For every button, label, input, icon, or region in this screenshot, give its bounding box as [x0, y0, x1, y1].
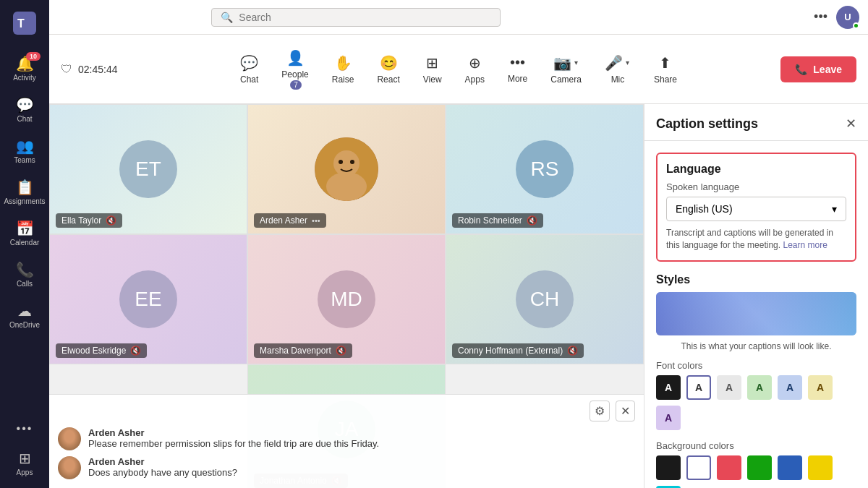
bg-color-white[interactable] [686, 455, 711, 480]
participant-name-bar-ella-taylor: Ella Taylor 🔇 [56, 213, 122, 228]
learn-more-link[interactable]: Learn more [783, 240, 827, 250]
arden-options-icon: ••• [312, 216, 320, 225]
view-label: View [423, 74, 442, 85]
chat-button[interactable]: 💬 Chat [230, 48, 268, 90]
onedrive-icon: ☁ [17, 302, 32, 320]
caption-panel-header: Caption settings ✕ [644, 104, 868, 141]
participant-name-marsha-davenport: Marsha Davenport [260, 346, 331, 356]
participant-avatar-elwood-eskridge: EE [119, 270, 177, 328]
bg-color-black[interactable] [656, 455, 681, 480]
spoken-language-label: Spoken language [666, 181, 846, 192]
chat-text-2: Does anybody have any questions? [88, 467, 635, 478]
raise-button[interactable]: ✋ Raise [322, 48, 365, 90]
participant-name-bar-marsha-davenport: Marsha Davenport 🔇 [254, 343, 352, 358]
calls-icon: 📞 [16, 261, 34, 278]
sidebar: T 🔔 Activity 10 💬 Chat 👥 Teams 📋 Assignm… [0, 0, 49, 488]
sidebar-item-teams[interactable]: 👥 Teams [3, 132, 46, 170]
sidebar-item-label: Chat [17, 115, 32, 123]
search-input[interactable] [239, 12, 491, 23]
font-colors-label: Font colors [656, 360, 856, 371]
camera-label: Camera [550, 74, 582, 85]
view-button[interactable]: ⊞ View [413, 48, 452, 90]
font-color-white[interactable]: A [686, 375, 711, 400]
user-status-indicator [853, 22, 859, 29]
chat-sidebar-icon: 💬 [16, 96, 34, 114]
bg-color-cyan[interactable] [656, 486, 681, 488]
sidebar-item-apps[interactable]: ⊞ Apps [3, 444, 46, 482]
camera-button[interactable]: 📷 ▾ Camera [540, 48, 592, 90]
share-button[interactable]: ⬆ Share [644, 48, 687, 90]
user-avatar[interactable]: U [836, 6, 859, 29]
participant-cell-arden-asher: Arden Asher ••• [247, 104, 446, 234]
sidebar-item-label: Calendar [10, 239, 40, 247]
sidebar-item-calendar[interactable]: 📅 Calendar [3, 214, 46, 252]
chat-overlay-bar: ⚙ ✕ Arden Asher Please remember permissi… [49, 394, 644, 488]
participant-name-bar-elwood-eskridge: Elwood Eskridge 🔇 [56, 343, 147, 358]
chat-close-button[interactable]: ✕ [616, 401, 635, 421]
participant-name-ella-taylor: Ella Taylor [61, 215, 101, 226]
sidebar-item-more[interactable]: ••• [3, 416, 46, 441]
mic-off-icon-robin-schneider: 🔇 [527, 215, 537, 226]
mic-label: Mic [611, 74, 625, 85]
chat-text-1: Please remember permission slips for the… [88, 438, 635, 449]
participant-name-conny-hoffmann: Conny Hoffmann (External) [458, 346, 563, 356]
activity-badge: 10 [26, 52, 41, 61]
people-count-badge: 7 [290, 80, 302, 90]
mic-button[interactable]: 🎤 ▾ Mic [595, 48, 641, 90]
chat-message-1: Arden Asher Please remember permission s… [58, 424, 635, 453]
sidebar-item-activity[interactable]: 🔔 Activity 10 [3, 49, 46, 87]
participant-name-bar-conny-hoffmann: Conny Hoffmann (External) 🔇 [452, 343, 584, 358]
bg-color-blue[interactable] [778, 455, 802, 480]
top-bar: 🔍 ••• U [49, 0, 868, 35]
font-color-green[interactable]: A [747, 375, 772, 400]
react-button[interactable]: 😊 React [367, 48, 409, 90]
chat-settings-button[interactable]: ⚙ [590, 401, 610, 421]
bg-colors-label: Background colors [656, 440, 856, 451]
chat-toolbar-icon: 💬 [240, 54, 258, 72]
people-icon: 👤 [286, 49, 305, 67]
participant-name-bar-robin-schneider: Robin Schneider 🔇 [452, 213, 543, 228]
participant-avatar-ella-taylor: ET [119, 140, 177, 198]
sidebar-item-label: Apps [17, 468, 33, 476]
participant-avatar-arden-asher [315, 137, 378, 201]
more-options-icon[interactable]: ••• [814, 9, 827, 25]
bg-color-red[interactable] [717, 455, 741, 480]
sidebar-item-onedrive[interactable]: ☁ OneDrive [3, 296, 46, 335]
font-color-black[interactable]: A [656, 375, 681, 400]
camera-dropdown-icon[interactable]: ▾ [573, 56, 579, 69]
participant-name-bar-arden-asher: Arden Asher ••• [254, 213, 326, 228]
apps-toolbar-button[interactable]: ⊕ Apps [455, 48, 495, 90]
caption-panel-body: Language Spoken language English (US) ▾ … [644, 141, 868, 488]
font-color-yellow[interactable]: A [808, 375, 833, 400]
meeting-toolbar: 🛡 02:45:44 💬 Chat 👤 People 7 ✋ Raise [49, 35, 868, 104]
language-section-label: Language [666, 163, 846, 176]
font-color-blue[interactable]: A [778, 375, 802, 400]
selected-language: English (US) [676, 203, 733, 215]
styles-section-label: Styles [656, 273, 856, 286]
sidebar-item-calls[interactable]: 📞 Calls [3, 255, 46, 294]
bg-color-options [656, 455, 856, 488]
bg-color-yellow[interactable] [808, 455, 833, 480]
font-color-light[interactable]: A [717, 375, 741, 400]
mic-dropdown-icon[interactable]: ▾ [624, 56, 631, 69]
search-box[interactable]: 🔍 [211, 8, 501, 27]
caption-close-button[interactable]: ✕ [846, 116, 856, 132]
font-color-purple[interactable]: A [656, 406, 681, 430]
raise-icon: ✋ [334, 54, 352, 72]
bg-color-green[interactable] [747, 455, 772, 480]
people-button[interactable]: 👤 People 7 [271, 43, 318, 95]
chat-avatar-arden-2 [58, 456, 81, 479]
meeting-time: 02:45:44 [78, 64, 118, 75]
search-icon: 🔍 [221, 12, 233, 23]
more-button[interactable]: ••• More [498, 48, 537, 90]
sidebar-item-assignments[interactable]: 📋 Assignments [3, 173, 46, 211]
sidebar-item-chat[interactable]: 💬 Chat [3, 90, 46, 129]
participant-avatar-conny-hoffmann: CH [516, 270, 574, 328]
participant-avatar-robin-schneider: RS [516, 140, 574, 198]
participant-cell-elwood-eskridge: EE Elwood Eskridge 🔇 [49, 234, 247, 364]
participant-avatar-marsha-davenport: MD [318, 270, 375, 328]
more-toolbar-icon: ••• [510, 54, 525, 71]
language-dropdown[interactable]: English (US) ▾ [666, 197, 846, 221]
apps-label: Apps [465, 74, 485, 85]
leave-button[interactable]: 📞 Leave [780, 56, 856, 82]
